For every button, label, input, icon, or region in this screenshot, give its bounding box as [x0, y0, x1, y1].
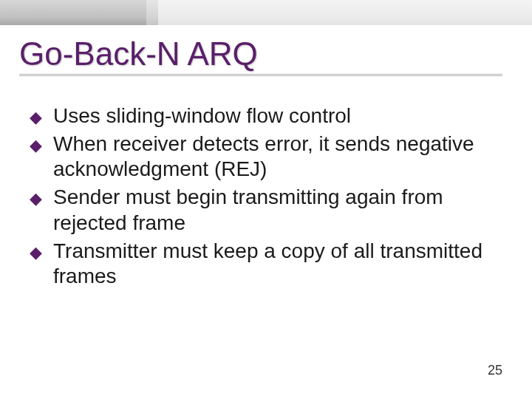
- decorative-top-bar: [0, 0, 532, 25]
- list-item: ◆ Sender must begin transmitting again f…: [30, 185, 495, 235]
- diamond-bullet-icon: ◆: [30, 135, 42, 156]
- diamond-bullet-icon: ◆: [30, 188, 42, 209]
- bullet-list: ◆ Uses sliding-window flow control ◆ Whe…: [30, 103, 495, 289]
- list-item: ◆ Uses sliding-window flow control: [30, 103, 495, 129]
- topbar-segment-mid: [146, 0, 158, 25]
- page-number: 25: [488, 363, 502, 378]
- topbar-segment-dark: [0, 0, 146, 25]
- diamond-bullet-icon: ◆: [30, 242, 42, 263]
- bullet-text: Transmitter must keep a copy of all tran…: [53, 239, 482, 287]
- slide-title: Go-Back-N ARQ: [19, 35, 502, 76]
- list-item: ◆ Transmitter must keep a copy of all tr…: [30, 239, 495, 289]
- slide: Go-Back-N ARQ ◆ Uses sliding-window flow…: [0, 0, 532, 399]
- slide-body: ◆ Uses sliding-window flow control ◆ Whe…: [30, 103, 495, 292]
- topbar-segment-light: [158, 0, 532, 25]
- bullet-text: Uses sliding-window flow control: [53, 104, 351, 127]
- list-item: ◆ When receiver detects error, it sends …: [30, 132, 495, 182]
- diamond-bullet-icon: ◆: [30, 107, 42, 128]
- bullet-text: When receiver detects error, it sends ne…: [53, 132, 474, 180]
- bullet-text: Sender must begin transmitting again fro…: [53, 185, 443, 233]
